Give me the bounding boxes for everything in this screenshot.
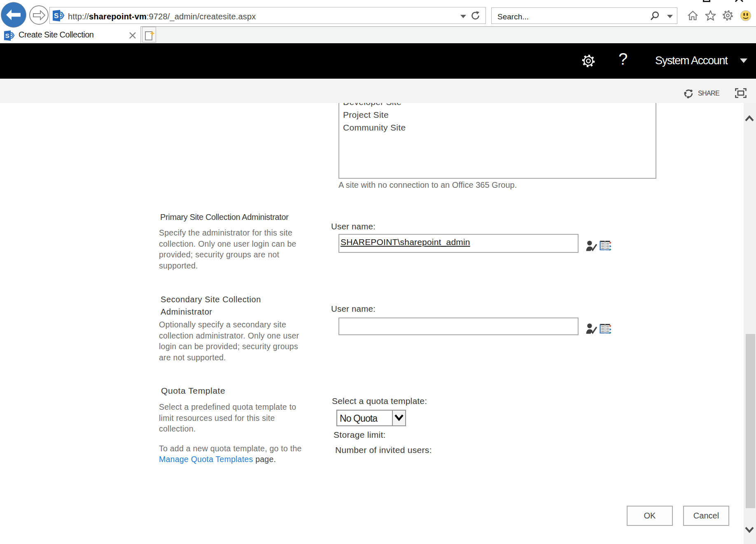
svg-text:S: S	[5, 32, 9, 39]
svg-text:S: S	[54, 12, 58, 20]
